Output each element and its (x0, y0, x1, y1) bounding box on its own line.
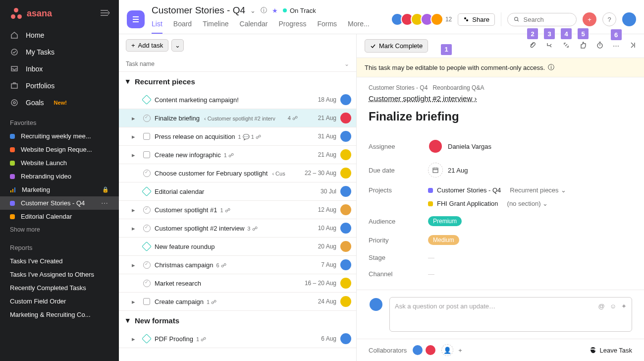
project-title[interactable]: Customer Stories - Q4 (152, 5, 245, 16)
sidebar-item-favorite[interactable]: Recruiting weekly mee... (0, 129, 119, 143)
task-row[interactable]: ▸Customer spotlight #2 interview3 ☍10 Au… (119, 219, 356, 238)
close-detail-icon[interactable] (628, 41, 636, 51)
nav-mytasks[interactable]: My Tasks (0, 44, 119, 60)
report-item[interactable]: Tasks I've Assigned to Others (0, 268, 119, 281)
task-row[interactable]: ▸Press release on acquisition1 💬 1 ☍31 A… (119, 127, 356, 146)
chevron-down-icon[interactable]: ⌄ (344, 60, 349, 67)
star-icon[interactable]: ★ (272, 7, 278, 14)
user-avatar[interactable] (622, 12, 636, 26)
assignee-avatar[interactable] (340, 149, 351, 160)
subtask-icon[interactable]: 3 (545, 41, 553, 51)
add-button[interactable]: + (583, 12, 596, 26)
assignee-avatar[interactable] (340, 131, 351, 142)
emoji-icon[interactable]: ☺ (610, 302, 616, 310)
task-row[interactable]: Editorial calendar30 Jul (119, 182, 356, 201)
assignee-avatar[interactable] (340, 113, 351, 123)
share-button[interactable]: Share (458, 13, 495, 26)
report-item[interactable]: Marketing & Recruiting Co... (0, 308, 119, 321)
report-item[interactable]: Custom Field Order (0, 295, 119, 308)
tab-list[interactable]: List (152, 17, 162, 34)
breadcrumb[interactable]: Customer Stories - Q4 (369, 84, 428, 91)
task-row[interactable]: ▸Create campaign1 ☍24 Aug (119, 293, 356, 311)
priority-value[interactable]: Medium (428, 235, 459, 245)
tab-more...[interactable]: More... (348, 17, 370, 34)
add-task-dropdown[interactable]: ⌄ (171, 39, 184, 52)
assignee-avatar[interactable] (340, 204, 351, 215)
mention-icon[interactable]: @ (598, 302, 605, 310)
sidebar-item-favorite[interactable]: Customer Stories - Q4⋯ (0, 196, 119, 210)
expand-icon[interactable]: ▸ (132, 261, 139, 269)
add-icon[interactable]: + (458, 347, 462, 354)
expand-icon[interactable]: ▸ (132, 335, 139, 343)
project-icon[interactable] (127, 10, 145, 28)
parent-task[interactable]: Customer spotlight #2 interview › (369, 94, 477, 103)
status[interactable]: On Track (283, 7, 316, 14)
assignee-avatar[interactable] (340, 223, 351, 234)
assignee[interactable]: Daniela Vargas (428, 139, 491, 154)
sidebar-item-favorite[interactable]: Rebranding video (0, 170, 119, 183)
task-row[interactable]: Market research16 – 20 Aug (119, 274, 356, 293)
tab-board[interactable]: Board (173, 17, 192, 34)
task-row[interactable]: ▸Create new infographic1 ☍21 Aug (119, 146, 356, 164)
sidebar-item-favorite[interactable]: Editorial Calendar (0, 210, 119, 223)
show-more[interactable]: Show more (0, 223, 119, 236)
stage-value[interactable]: — (428, 254, 434, 261)
task-row[interactable]: New feature roundup20 Aug (119, 238, 356, 256)
add-collaborator-icon[interactable]: 👤 (441, 344, 453, 356)
report-item[interactable]: Tasks I've Created (0, 254, 119, 268)
assignee-avatar[interactable] (340, 186, 351, 197)
link-icon[interactable]: 4 (562, 41, 570, 51)
task-title[interactable]: Finalize briefing (369, 110, 632, 123)
section-header[interactable]: ▾Recurrent pieces (119, 72, 356, 91)
assignee-avatar[interactable] (340, 278, 351, 289)
sidebar-collapse-icon[interactable] (99, 9, 110, 18)
task-row[interactable]: ▸PDF Proofing1 ☍6 Aug (119, 330, 356, 348)
assignee-avatar[interactable] (340, 296, 351, 307)
expand-icon[interactable]: ▸ (132, 151, 139, 159)
due-date[interactable]: 21 Aug (428, 163, 468, 178)
chevron-down-icon[interactable]: ⌄ (250, 7, 256, 14)
sidebar-item-favorite[interactable]: Marketing🔒 (0, 183, 119, 196)
assignee-avatar[interactable] (340, 168, 351, 179)
tab-progress[interactable]: Progress (278, 17, 306, 34)
mark-complete-button[interactable]: Mark Complete (365, 39, 428, 53)
assignee-avatar[interactable] (340, 259, 351, 270)
collaborator-avatar[interactable] (425, 344, 436, 356)
report-item[interactable]: Recently Completed Tasks (0, 281, 119, 295)
task-row[interactable]: Content marketing campaign!18 Aug (119, 91, 356, 109)
help-button[interactable]: ? (602, 12, 616, 26)
assignee-avatar[interactable] (340, 241, 351, 252)
like-icon[interactable]: 5 (579, 41, 587, 51)
search-input[interactable] (507, 13, 577, 26)
add-task-button[interactable]: +Add task (126, 39, 168, 52)
task-row[interactable]: ▸Finalize briefing ‹ Customer spotlight … (119, 109, 356, 127)
sidebar-item-favorite[interactable]: Website Design Reque... (0, 143, 119, 156)
assignee-avatar[interactable] (340, 333, 351, 344)
task-row[interactable]: ▸Customer spotlight #11 ☍12 Aug (119, 201, 356, 219)
audience-value[interactable]: Premium (428, 216, 462, 226)
channel-value[interactable]: — (428, 270, 434, 278)
project-chip[interactable]: Customer Stories - Q4Recurrent pieces ⌄ (428, 186, 566, 194)
task-row[interactable]: Choose customer for February spotlight ‹… (119, 164, 356, 182)
star-icon[interactable]: ✦ (621, 302, 627, 310)
tab-calendar[interactable]: Calendar (240, 17, 268, 34)
project-chip[interactable]: FHI Grant Application(no section) ⌄ (428, 200, 566, 207)
info-icon[interactable]: ⓘ (548, 63, 554, 72)
expand-icon[interactable]: ▸ (132, 225, 139, 232)
expand-icon[interactable]: ▸ (132, 206, 139, 214)
nav-home[interactable]: Home (0, 27, 119, 44)
tab-forms[interactable]: Forms (317, 17, 337, 34)
more-icon[interactable]: 6⋯ (613, 42, 619, 50)
comment-input[interactable]: Ask a question or post an update… @ ☺ ✦ (389, 297, 632, 332)
expand-icon[interactable]: ▸ (132, 298, 139, 305)
timer-icon[interactable] (596, 41, 604, 51)
info-icon[interactable]: ⓘ (261, 6, 267, 15)
nav-portfolios[interactable]: Portfolios (0, 77, 119, 94)
breadcrumb[interactable]: Reonboarding Q&A (432, 84, 484, 91)
nav-inbox[interactable]: Inbox (0, 60, 119, 77)
task-row[interactable]: ▸Christmas campaign6 ☍7 Aug (119, 256, 356, 274)
leave-task-button[interactable]: Leave Task (590, 347, 632, 354)
expand-icon[interactable]: ▸ (132, 115, 139, 122)
collaborator-avatar[interactable] (412, 344, 424, 356)
member-avatars[interactable]: 12 (394, 13, 452, 26)
